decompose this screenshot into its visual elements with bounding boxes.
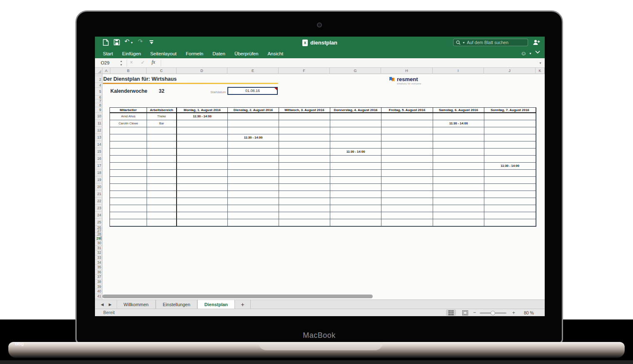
table-cell[interactable] bbox=[147, 170, 177, 177]
table-cell[interactable] bbox=[433, 113, 484, 120]
row-header-30[interactable]: 30 bbox=[95, 241, 102, 246]
table-cell[interactable] bbox=[330, 219, 381, 226]
table-cell[interactable] bbox=[381, 198, 433, 205]
table-cell[interactable] bbox=[110, 134, 147, 141]
table-cell[interactable] bbox=[330, 212, 381, 219]
column-header-A[interactable]: A bbox=[102, 68, 110, 74]
row-header-35[interactable]: 35 bbox=[95, 265, 102, 270]
table-cell[interactable] bbox=[228, 212, 279, 219]
table-cell[interactable] bbox=[484, 198, 536, 205]
table-cell[interactable] bbox=[228, 113, 279, 120]
table-cell[interactable] bbox=[279, 163, 330, 170]
table-cell[interactable] bbox=[177, 191, 228, 198]
tab-scroll-right-icon[interactable]: ▶ bbox=[109, 302, 112, 307]
table-cell[interactable] bbox=[484, 134, 536, 141]
table-cell[interactable]: 11:30 - 14:00 bbox=[433, 120, 484, 127]
zoom-percentage[interactable]: 80 % bbox=[524, 310, 534, 315]
table-cell[interactable] bbox=[279, 113, 330, 120]
row-header-11[interactable]: 11 bbox=[95, 120, 102, 127]
ribbon-tab-einfügen[interactable]: Einfügen bbox=[122, 51, 141, 56]
table-cell[interactable]: Bar bbox=[147, 120, 177, 127]
table-cell[interactable] bbox=[177, 184, 228, 191]
column-header-C[interactable]: C bbox=[147, 68, 177, 74]
table-cell[interactable]: 11:30 - 14:00 bbox=[177, 113, 228, 120]
table-cell[interactable] bbox=[177, 163, 228, 170]
table-cell[interactable] bbox=[330, 156, 381, 163]
row-header-16[interactable]: 16 bbox=[95, 155, 102, 162]
column-header-F[interactable]: F bbox=[279, 68, 330, 74]
table-cell[interactable] bbox=[110, 156, 147, 163]
table-cell[interactable] bbox=[147, 198, 177, 205]
table-cell[interactable] bbox=[228, 184, 279, 191]
table-cell[interactable] bbox=[177, 156, 228, 163]
horizontal-scrollbar[interactable] bbox=[102, 295, 373, 298]
row-header-26[interactable]: 26 bbox=[95, 226, 102, 229]
table-cell[interactable] bbox=[484, 120, 536, 127]
table-cell[interactable] bbox=[381, 120, 433, 127]
sheet-tab-einstellungen[interactable]: Einstellungen bbox=[156, 300, 197, 309]
ribbon-tab-überprüfen[interactable]: Überprüfen bbox=[234, 51, 259, 56]
feedback-smiley-icon[interactable]: ☺ bbox=[521, 50, 526, 57]
table-cell[interactable] bbox=[228, 219, 279, 226]
table-cell[interactable] bbox=[228, 170, 279, 177]
table-cell[interactable] bbox=[433, 219, 484, 226]
search-input[interactable] bbox=[467, 40, 525, 45]
table-cell[interactable] bbox=[147, 191, 177, 198]
normal-view-button[interactable] bbox=[446, 310, 456, 316]
table-cell[interactable] bbox=[330, 113, 381, 120]
table-cell[interactable] bbox=[381, 127, 433, 134]
row-header-18[interactable]: 18 bbox=[95, 169, 102, 176]
table-cell[interactable]: Theke bbox=[147, 113, 177, 120]
ribbon-tab-ansicht[interactable]: Ansicht bbox=[267, 51, 283, 56]
table-cell[interactable] bbox=[110, 205, 147, 212]
table-cell[interactable] bbox=[177, 212, 228, 219]
column-header-H[interactable]: H bbox=[381, 68, 433, 74]
table-cell[interactable] bbox=[381, 163, 433, 170]
table-cell[interactable] bbox=[228, 127, 279, 134]
table-cell[interactable] bbox=[381, 219, 433, 226]
table-cell[interactable] bbox=[484, 177, 536, 184]
table-cell[interactable] bbox=[177, 120, 228, 127]
confirm-entry-icon[interactable]: ✓ bbox=[141, 59, 145, 65]
table-cell[interactable] bbox=[433, 170, 484, 177]
table-header-cell[interactable]: Sonntag, 7. August 2016 bbox=[484, 108, 536, 113]
tab-scroll-left-icon[interactable]: ◀ bbox=[101, 302, 104, 307]
zoom-slider-thumb[interactable] bbox=[491, 311, 495, 315]
table-header-cell[interactable]: Mittwoch, 3. August 2016 bbox=[279, 108, 330, 113]
table-cell[interactable] bbox=[381, 212, 433, 219]
table-cell[interactable] bbox=[228, 163, 279, 170]
table-cell[interactable] bbox=[330, 163, 381, 170]
table-cell[interactable] bbox=[433, 156, 484, 163]
page-layout-view-button[interactable] bbox=[460, 310, 470, 316]
row-header-23[interactable]: 23 bbox=[95, 205, 102, 212]
table-cell[interactable] bbox=[147, 184, 177, 191]
ribbon-tab-seitenlayout[interactable]: Seitenlayout bbox=[150, 51, 177, 56]
table-cell[interactable] bbox=[279, 212, 330, 219]
share-add-person-icon[interactable] bbox=[533, 40, 540, 45]
row-header-8[interactable]: 8 bbox=[95, 103, 102, 107]
table-cell[interactable] bbox=[433, 177, 484, 184]
table-header-cell[interactable]: Freitag, 5. August 2016 bbox=[381, 108, 433, 113]
table-cell[interactable] bbox=[433, 141, 484, 149]
table-cell[interactable] bbox=[110, 191, 147, 198]
table-cell[interactable] bbox=[381, 170, 433, 177]
table-cell[interactable] bbox=[110, 184, 147, 191]
table-cell[interactable] bbox=[279, 127, 330, 134]
row-header-28[interactable]: 28 bbox=[95, 233, 102, 236]
table-cell[interactable] bbox=[381, 113, 433, 120]
table-cell[interactable] bbox=[433, 212, 484, 219]
table-cell[interactable] bbox=[279, 198, 330, 205]
row-header-31[interactable]: 31 bbox=[95, 246, 102, 251]
table-cell[interactable] bbox=[484, 113, 536, 120]
table-cell[interactable] bbox=[110, 198, 147, 205]
table-cell[interactable]: 11:30 - 14:00 bbox=[228, 134, 279, 141]
table-cell[interactable] bbox=[177, 198, 228, 205]
table-cell[interactable] bbox=[381, 141, 433, 149]
table-header-cell[interactable]: Mitarbeiter bbox=[110, 108, 147, 113]
table-cell[interactable] bbox=[433, 134, 484, 141]
table-cell[interactable] bbox=[484, 141, 536, 149]
table-cell[interactable] bbox=[279, 184, 330, 191]
table-cell[interactable] bbox=[433, 198, 484, 205]
row-header-14[interactable]: 14 bbox=[95, 141, 102, 148]
table-cell[interactable]: Carolin Clewe bbox=[110, 120, 147, 127]
